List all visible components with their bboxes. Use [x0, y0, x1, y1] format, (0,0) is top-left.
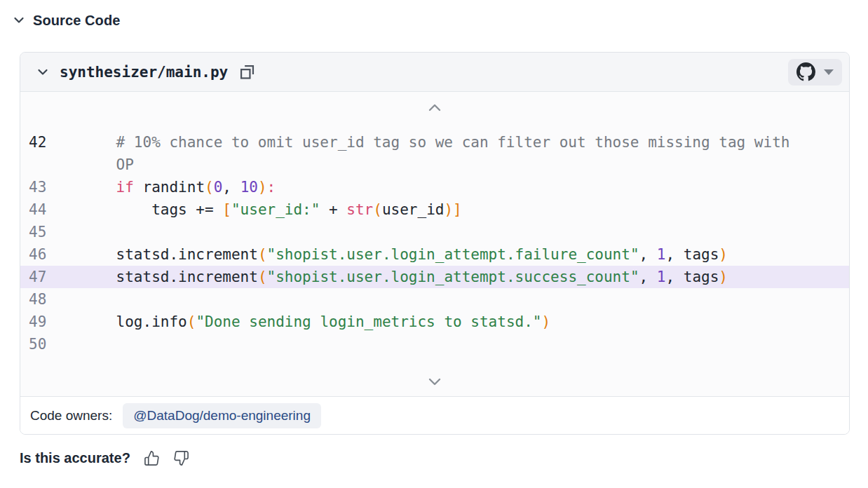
line-number: 44: [20, 198, 81, 221]
code-text: log.info("Done sending login_metrics to …: [81, 311, 849, 333]
section-header: Source Code: [11, 10, 850, 31]
code-line-45: 45: [20, 221, 849, 243]
line-number: 42: [20, 131, 81, 154]
code-line-42-wrap: OP: [20, 154, 849, 176]
line-number: 50: [20, 333, 81, 355]
file-header: synthesizer/main.py: [20, 53, 849, 92]
source-code-card: synthesizer/main.py 42: [20, 52, 850, 435]
code-text: tags += ["user_id:" + str(user_id)]: [81, 198, 849, 221]
code-line-44: 44 tags += ["user_id:" + str(user_id)]: [20, 198, 849, 221]
code-text: [81, 288, 849, 311]
code-text: statsd.increment("shopist.user.login_att…: [81, 266, 849, 288]
copy-icon[interactable]: [236, 62, 257, 83]
code-lines: 42 # 10% chance to omit user_id tag so w…: [20, 131, 849, 355]
code-text: [81, 221, 849, 243]
expand-code-down-button[interactable]: [20, 368, 849, 396]
code-line-49: 49 log.info("Done sending login_metrics …: [20, 311, 849, 333]
section-title: Source Code: [33, 13, 120, 29]
code-owners-label: Code owners:: [30, 408, 112, 423]
code-text: OP: [81, 154, 849, 176]
expand-code-up-button[interactable]: [20, 92, 849, 123]
code-line-48: 48: [20, 288, 849, 311]
code-owner-badge[interactable]: @DataDog/demo-engineering: [123, 403, 321, 428]
line-number: 43: [20, 176, 81, 198]
thumbs-down-icon[interactable]: [173, 450, 189, 466]
code-text: if randint(0, 10):: [81, 176, 849, 198]
chevron-down-icon[interactable]: [34, 64, 51, 81]
line-number: 48: [20, 288, 81, 311]
code-line-42: 42 # 10% chance to omit user_id tag so w…: [20, 131, 849, 154]
file-name: synthesizer/main.py: [60, 64, 228, 81]
code-line-46: 46 statsd.increment("shopist.user.login_…: [20, 243, 849, 266]
code-owners-bar: Code owners: @DataDog/demo-engineering: [20, 396, 849, 434]
feedback-question: Is this accurate?: [20, 450, 130, 466]
open-in-github-button[interactable]: [788, 59, 842, 86]
code-line-43: 43 if randint(0, 10):: [20, 176, 849, 198]
line-number: [20, 154, 81, 176]
source-code-panel: Source Code synthesizer/main.py: [0, 0, 868, 466]
caret-down-icon: [824, 69, 834, 75]
line-number: 45: [20, 221, 81, 243]
code-viewer: 42 # 10% chance to omit user_id tag so w…: [20, 92, 849, 396]
line-number: 47: [20, 266, 81, 288]
line-number: 49: [20, 311, 81, 333]
thumbs-up-icon[interactable]: [144, 450, 160, 466]
code-text: [81, 333, 849, 355]
code-line-50: 50: [20, 333, 849, 355]
github-icon: [796, 62, 815, 81]
feedback-row: Is this accurate?: [20, 450, 850, 466]
line-number: 46: [20, 243, 81, 266]
code-text: statsd.increment("shopist.user.login_att…: [81, 243, 849, 266]
code-line-47: 47 statsd.increment("shopist.user.login_…: [20, 266, 849, 288]
chevron-down-icon[interactable]: [11, 13, 27, 28]
code-text: # 10% chance to omit user_id tag so we c…: [81, 131, 849, 154]
